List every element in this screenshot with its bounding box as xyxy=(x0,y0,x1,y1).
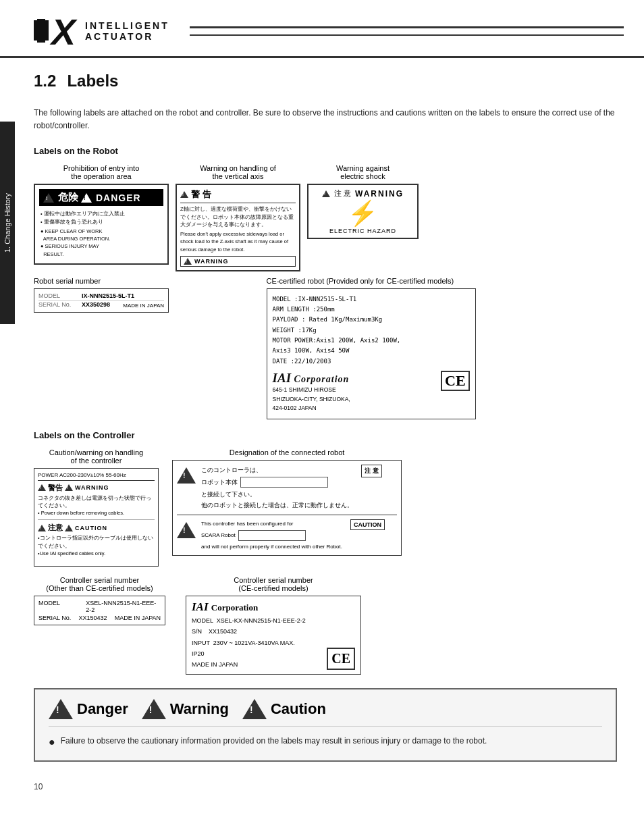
danger-content: • 運転中は動作エリア内に立入禁止• 重傷事故を負う恐れあり ● KEEP CL… xyxy=(39,209,163,259)
brand-line1: INTELLIGENT xyxy=(85,20,169,31)
serial-title: Robot serial number xyxy=(34,277,253,285)
connected-caption: Designation of the connected robot xyxy=(230,448,345,457)
warning-label-bottom: WARNING xyxy=(180,256,296,267)
ctrl-warn-box: POWER AC200-230V±10% 55-60Hz 警告 WARNING … xyxy=(34,468,159,567)
electric-shock-figure: Warning against electric shock 注 意 WARNI… xyxy=(307,164,419,239)
ce-ctrl-serial-figure: Controller serial number(CE-certified mo… xyxy=(186,576,361,675)
connected-jp-text: このコントローラは、 ロボット本体 と接続して下さい。 他のロボットと接続した場… xyxy=(201,465,353,511)
side-tab-text: 1. Change History xyxy=(3,193,11,253)
vertical-axis-figure: Warning on handling of the vertical axis… xyxy=(176,164,300,271)
ce-ctrl-iai-logo: IAI Corporation xyxy=(192,600,306,614)
bottom-warning-text: ● Failure to observe the cautionary info… xyxy=(49,735,602,751)
caution-en-label: CAUTION xyxy=(350,519,385,530)
danger-header: 危険 DANGER xyxy=(39,189,163,206)
ctrl-caution-text: •コントローラ指定以外のケーブルは使用しないでください。•Use IAI spe… xyxy=(38,534,155,557)
bw-caution-item: Caution xyxy=(242,699,326,719)
ctrl-serial-caption: Controller serial number(Other than CE-c… xyxy=(46,576,153,592)
bw-danger-item: Danger xyxy=(49,699,128,719)
side-tab: 1. Change History xyxy=(0,122,15,324)
vertical-header: 警 告 xyxy=(180,188,296,203)
electric-header: 注 意 WARNING xyxy=(312,188,414,199)
ctrl-warning-section: 警告 WARNING コネクタの抜き差しは電源を切った状態で行ってください。• … xyxy=(38,483,155,521)
electric-hazard-text: ELECTRIC HAZARD xyxy=(312,228,414,234)
ce-model-info: MODEL :IX-NNN2515-5L-T1 ARM LENGTH :250m… xyxy=(273,294,470,367)
lightning-icon: ⚡ xyxy=(312,201,414,226)
ctrl-warn-tri-icon xyxy=(38,484,46,491)
ctrl-warning-figure: Caution/warning on handling of the contr… xyxy=(34,448,159,567)
bottom-warning-label: Warning xyxy=(170,700,229,718)
bottom-caution-label: Caution xyxy=(271,700,326,718)
header: X INTELLIGENT ACTUATOR xyxy=(0,0,644,58)
section-number: 1.2 xyxy=(34,72,56,90)
serial-model-row: MODEL IX-NNN2515-5L-T1 xyxy=(38,292,164,301)
ce-certified-box: MODEL :IX-NNN2515-5L-T1 ARM LENGTH :250m… xyxy=(267,288,476,419)
page-number: 10 xyxy=(0,782,644,798)
svg-text:X: X xyxy=(49,12,78,49)
scara-input-field xyxy=(238,530,306,541)
serial-col: Robot serial number MODEL IX-NNN2515-5L-… xyxy=(34,277,253,419)
ce-footer: IAI Corporation 645-1 SHIMIZU HIROSE SHI… xyxy=(273,371,470,413)
ctrl-serial-figure: Controller serial number(Other than CE-c… xyxy=(34,576,165,675)
controller-grid: Caution/warning on handling of the contr… xyxy=(34,448,617,567)
electric-caption: Warning against electric shock xyxy=(336,164,390,180)
ctrl-power-header: POWER AC200-230V±10% 55-60Hz xyxy=(38,472,155,481)
caution-lg-tri-icon xyxy=(242,699,267,719)
ctrl-model-row: MODEL XSEL-NNN2515-N1-EEE-2-2 xyxy=(38,599,161,614)
iai-logo: IAI Corporation xyxy=(273,371,350,386)
ctrl-warn-tri2-icon xyxy=(65,484,73,491)
danger-kanji: 危険 xyxy=(58,191,78,204)
ce-mark: CE xyxy=(441,371,470,391)
danger-label-box: 危険 DANGER • 運転中は動作エリア内に立入禁止• 重傷事故を負う恐れあり… xyxy=(34,184,169,265)
ctrl-serial-row: Controller serial number(Other than CE-c… xyxy=(34,576,617,675)
brand-text: INTELLIGENT ACTUATOR xyxy=(85,20,169,42)
ce-title: CE-certified robot (Provided only for CE… xyxy=(267,277,617,285)
serial-no-row: SERIAL No. XX350298 MADE IN JAPAN xyxy=(38,301,164,309)
ctrl-caution-kanji: 注意 xyxy=(48,523,63,533)
ctrl-caution-section: 注意 CAUTION •コントローラ指定以外のケーブルは使用しないでください。•… xyxy=(38,523,155,560)
connected-en-tri-icon xyxy=(177,522,196,538)
electric-tri-icon xyxy=(322,190,330,197)
ctrl-serial-no-row: SERIAL No. XX150432 MADE IN JAPAN xyxy=(38,614,161,622)
robot-labels-title: Labels on the Robot xyxy=(34,146,617,156)
main-content: 1.2 Labels The following labels are atta… xyxy=(0,58,644,782)
bw-warning-item: Warning xyxy=(142,699,229,719)
vertical-box: 警 告 Z軸に対し、過度な横荷重や、衝撃をかけないでください。ロボット本体の故障… xyxy=(176,184,300,271)
connected-robot-figure: Designation of the connected robot このコント… xyxy=(172,448,402,567)
ce-address: 645-1 SHIMIZU HIROSE SHIZUOKA-CITY, SHIZ… xyxy=(273,386,350,413)
serial-box: MODEL IX-NNN2515-5L-T1 SERIAL No. XX3502… xyxy=(34,288,169,313)
serial-ce-row: Robot serial number MODEL IX-NNN2515-5L-… xyxy=(34,277,617,419)
robot-input-field xyxy=(240,477,328,488)
vertical-content-en: Please don't apply excessive sideways lo… xyxy=(180,230,296,253)
vertical-content-jp: Z軸に対し、過度な横荷重や、衝撃をかけないでください。ロボット本体の故障原因とな… xyxy=(180,205,296,228)
connected-box: このコントローラは、 ロボット本体 と接続して下さい。 他のロボットと接続した場… xyxy=(172,460,402,556)
connected-tri-icon xyxy=(177,467,196,484)
connected-divider xyxy=(177,515,397,515)
bottom-warning-box: Danger Warning Caution ● Failure to obse… xyxy=(34,688,617,762)
electric-box: 注 意 WARNING ⚡ ELECTRIC HAZARD xyxy=(307,184,419,239)
brand-line2: ACTUATOR xyxy=(85,31,169,42)
connected-en-text: This controller has been configured for … xyxy=(201,519,342,551)
danger-lg-tri-icon xyxy=(49,699,73,719)
intro-text: The following labels are attached on the… xyxy=(34,107,617,132)
ctrl-caut-tri-icon xyxy=(38,525,46,531)
ix-logo-svg: X xyxy=(34,12,81,49)
connected-en-section: This controller has been configured for … xyxy=(177,519,397,551)
bullet-icon: ● xyxy=(49,733,55,751)
danger-label-figure: Prohibition of entry into the operation … xyxy=(34,164,169,265)
ce-mark-ctrl: CE xyxy=(327,648,355,670)
bottom-warning-header: Danger Warning Caution xyxy=(49,699,602,727)
svg-rect-3 xyxy=(37,19,45,43)
header-decorative-lines xyxy=(190,26,624,36)
controller-labels-title: Labels on the Controller xyxy=(34,430,617,440)
ctrl-caut-tri2-icon xyxy=(65,525,73,531)
vertical-caption: Warning on handling of the vertical axis xyxy=(200,164,276,180)
bottom-danger-label: Danger xyxy=(77,700,128,718)
warning-bottom-tri-icon xyxy=(184,258,192,265)
danger-caption: Prohibition of entry into the operation … xyxy=(63,164,140,180)
section-heading: Labels xyxy=(67,72,118,90)
danger-text: DANGER xyxy=(96,192,141,203)
ctrl-caption: Caution/warning on handling of the contr… xyxy=(49,448,143,465)
ce-ctrl-caption: Controller serial number(CE-certified mo… xyxy=(234,576,313,592)
vertical-kanji: 警 告 xyxy=(191,188,211,201)
caution-note-label: 注 意 xyxy=(361,465,382,477)
